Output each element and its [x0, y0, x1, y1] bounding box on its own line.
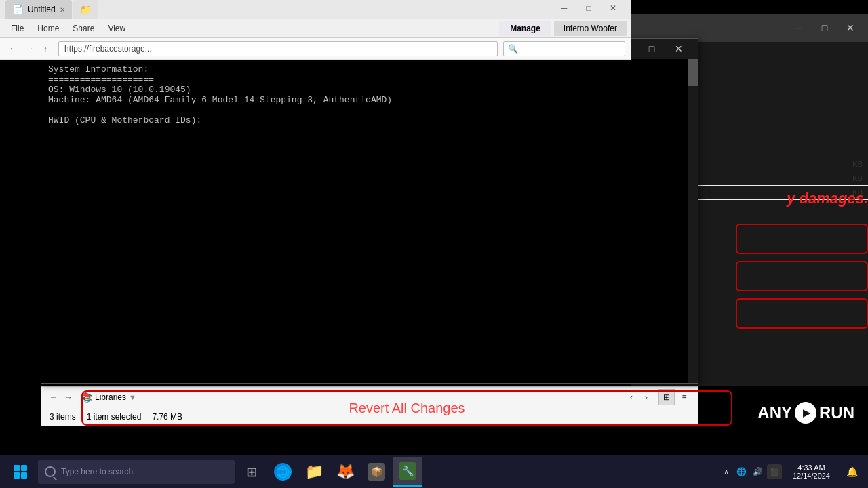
fe-back-button[interactable]: ←	[47, 390, 60, 404]
start-button[interactable]	[5, 457, 35, 487]
revert-button-container: Revert All Changes	[81, 390, 732, 426]
red-buttons-container	[736, 224, 868, 329]
terminal-maximize-button[interactable]: □	[638, 39, 665, 59]
window-controls: ─ □ ✕	[552, 0, 625, 19]
search-icon	[45, 466, 56, 477]
tray-battery-icon[interactable]: ⬛	[767, 464, 782, 479]
explorer-search-box[interactable]: 🔍	[503, 41, 625, 56]
terminal-line-4: Machine: AMD64 (AMD64 Family 6 Model 14 …	[48, 95, 691, 105]
tab-folder[interactable]: 📁	[73, 0, 98, 19]
tray-volume-icon[interactable]: 🔊	[751, 464, 766, 479]
ribbon-tab-bar: File Home Share View Manage Inferno Woof…	[0, 19, 631, 38]
terminal-line-3: OS: Windows 10 (10.0.19045)	[48, 85, 691, 95]
fe-nav-buttons: ← →	[47, 390, 75, 404]
task-view-button[interactable]: ⊞	[237, 457, 266, 487]
document-icon: 📄	[12, 4, 24, 15]
clock-time: 4:33 AM	[797, 464, 825, 472]
system-clock[interactable]: 4:33 AM 12/14/2024	[787, 464, 835, 480]
status-items-count: 3 items	[50, 412, 76, 422]
anyrun-text: ANY	[757, 403, 792, 422]
close-window-button[interactable]: ✕	[601, 0, 625, 16]
firefox-button[interactable]: 🦊	[331, 457, 359, 487]
anyrun-play-icon: ▶	[795, 402, 816, 424]
anyrun-logo: ANY ▶ RUN	[757, 402, 854, 424]
firefox-icon: 🦊	[336, 463, 355, 481]
terminal-line-7: =================================	[48, 125, 691, 136]
up-button[interactable]: ↑	[38, 41, 53, 56]
taskbar-search-bar[interactable]: Type here to search	[38, 460, 235, 484]
minimize-button[interactable]: ─	[787, 17, 811, 39]
file-explorer-button[interactable]: 📁	[300, 457, 328, 487]
terminal-scrollbar-thumb[interactable]	[688, 59, 698, 86]
tray-network-icon[interactable]: 🌐	[734, 464, 749, 479]
address-bar-container: ← → ↑ https://firebacestorage... 🔍	[0, 38, 631, 60]
app1-icon: 📦	[368, 463, 385, 481]
folder-icon: 📁	[80, 4, 92, 15]
tab-label: Untitled	[28, 5, 56, 14]
file-explorer-icon: 📁	[305, 463, 323, 481]
tab-untitled[interactable]: 📄 Untitled ✕	[5, 0, 72, 19]
restore-window-button[interactable]: □	[576, 0, 601, 16]
anyrun-run-text: RUN	[819, 403, 854, 422]
revert-all-changes-button[interactable]: Revert All Changes	[81, 390, 732, 426]
taskbar: Type here to search ⊞ 🌐 📁 🦊 📦 🔧 ∧ 🌐 🔊 ⬛ …	[0, 455, 868, 488]
clock-date: 12/14/2024	[793, 472, 830, 480]
red-button-3[interactable]	[736, 298, 868, 329]
red-button-1[interactable]	[736, 224, 868, 254]
home-tab[interactable]: Home	[31, 21, 66, 36]
tray-chevron-icon[interactable]: ∧	[719, 465, 733, 479]
app2-button[interactable]: 🔧	[393, 457, 422, 487]
close-button[interactable]: ✕	[838, 17, 863, 39]
app1-button[interactable]: 📦	[362, 457, 391, 487]
search-icon: 🔍	[508, 44, 518, 54]
window-tab-strip: 📄 Untitled ✕ 📁 ─ □ ✕	[0, 0, 631, 19]
forward-button[interactable]: →	[22, 41, 37, 56]
terminal-line-2: ====================	[48, 75, 691, 85]
taskbar-search-text: Type here to search	[61, 467, 133, 476]
terminal-line-5	[48, 105, 691, 115]
fe-forward-button[interactable]: →	[62, 390, 75, 404]
view-tab[interactable]: View	[101, 21, 132, 36]
minimize-window-button[interactable]: ─	[552, 0, 576, 16]
damage-text: y damages.	[787, 190, 868, 207]
task-view-icon: ⊞	[246, 464, 258, 480]
red-button-2[interactable]	[736, 261, 868, 291]
tray-icons-container: ∧ 🌐 🔊 ⬛	[719, 464, 782, 479]
terminal-scrollbar[interactable]	[688, 59, 698, 383]
windows-logo-icon	[14, 465, 27, 479]
address-bar[interactable]: https://firebacestorage...	[58, 41, 498, 56]
terminal-line-1: System Information:	[48, 64, 691, 75]
manage-tab[interactable]: Manage	[499, 21, 551, 36]
notification-button[interactable]: 🔔	[841, 457, 863, 487]
terminal-close-button[interactable]: ✕	[665, 39, 692, 59]
inferno-tab[interactable]: Inferno Woofer	[554, 21, 627, 36]
app2-icon: 🔧	[399, 462, 416, 480]
terminal-line-6: HWID (CPU & Motherboard IDs):	[48, 115, 691, 125]
edge-browser-button[interactable]: 🌐	[269, 457, 297, 487]
terminal-window: ⬛ C:\Users\admin\Downloads\Inferno Woofe…	[41, 38, 698, 384]
tab-close-button[interactable]: ✕	[60, 6, 65, 14]
notification-icon: 🔔	[846, 466, 858, 477]
edge-icon: 🌐	[274, 463, 292, 481]
address-text: https://firebacestorage...	[64, 44, 152, 54]
maximize-button[interactable]: □	[812, 17, 837, 39]
back-button[interactable]: ←	[5, 41, 20, 56]
share-tab[interactable]: Share	[66, 21, 101, 36]
file-tab[interactable]: File	[4, 21, 31, 36]
terminal-body: System Information: ====================…	[41, 59, 698, 383]
nav-buttons: ← → ↑	[5, 41, 53, 56]
system-tray: ∧ 🌐 🔊 ⬛ 4:33 AM 12/14/2024 🔔	[719, 457, 863, 487]
